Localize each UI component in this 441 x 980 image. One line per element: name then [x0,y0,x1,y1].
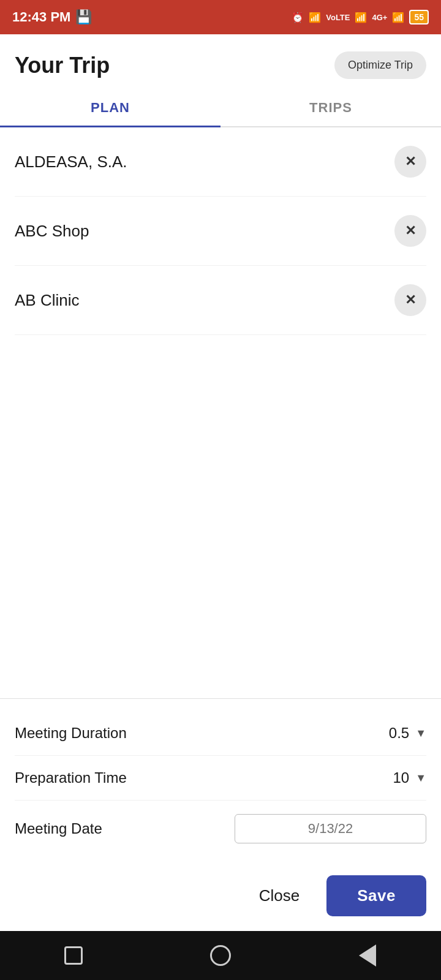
page-title: Your Trip [15,53,110,78]
triangle-icon [359,944,376,967]
meeting-date-input[interactable] [235,814,426,843]
battery-badge: 55 [409,10,429,24]
preparation-time-dropdown[interactable]: 10 ▼ [393,769,426,786]
lte-icon: VoLTE [326,13,350,22]
meeting-duration-label: Meeting Duration [15,725,127,742]
destination-name-2: ABC Shop [15,222,89,241]
destinations-list: ALDEASA, S.A. ✕ ABC Shop ✕ AB Clinic ✕ [0,127,441,698]
meeting-duration-row: Meeting Duration 0.5 ▼ [15,711,426,756]
remove-button-3[interactable]: ✕ [394,284,426,316]
list-item: ABC Shop ✕ [15,197,426,266]
time-text: 12:43 PM [12,9,70,25]
preparation-time-label: Preparation Time [15,769,127,786]
preparation-time-value: 10 [393,769,409,786]
meeting-date-row: Meeting Date [15,801,426,857]
preparation-time-row: Preparation Time 10 ▼ [15,756,426,801]
destination-name-3: AB Clinic [15,291,79,310]
remove-button-1[interactable]: ✕ [394,146,426,178]
status-bar: 12:43 PM 💾 ⏰ 📶 VoLTE 📶 4G+ 📶 55 [0,0,441,34]
bottom-form: Meeting Duration 0.5 ▼ Preparation Time … [0,698,441,863]
nav-home-button[interactable] [207,942,234,969]
signal3-icon: 📶 [392,12,404,23]
close-icon: ✕ [405,223,416,239]
nav-bar [0,931,441,980]
tab-plan[interactable]: PLAN [0,89,221,127]
app-area: Your Trip Optimize Trip PLAN TRIPS ALDEA… [0,34,441,931]
tabs-container: PLAN TRIPS [0,89,441,127]
nav-back-button[interactable] [354,942,381,969]
header: Your Trip Optimize Trip [0,34,441,89]
signal-icon: 📶 [309,12,321,23]
destination-name-1: ALDEASA, S.A. [15,153,127,172]
list-item: ALDEASA, S.A. ✕ [15,127,426,197]
action-buttons: Close Save [0,863,441,931]
chevron-down-icon: ▼ [415,727,426,740]
circle-icon [210,945,231,966]
close-button[interactable]: Close [247,879,312,913]
nav-recents-button[interactable] [60,942,87,969]
meeting-duration-value: 0.5 [389,725,409,742]
status-time: 12:43 PM 💾 [12,9,92,25]
alarm-icon: ⏰ [292,12,304,23]
signal2-icon: 📶 [355,12,367,23]
4g-icon: 4G+ [372,13,387,22]
tab-trips[interactable]: TRIPS [221,89,441,127]
close-icon: ✕ [405,292,416,308]
optimize-trip-button[interactable]: Optimize Trip [334,51,426,79]
remove-button-2[interactable]: ✕ [394,215,426,247]
square-icon [64,946,83,965]
meeting-duration-dropdown[interactable]: 0.5 ▼ [389,725,426,742]
meeting-date-label: Meeting Date [15,820,102,837]
save-icon: 💾 [75,9,92,25]
close-icon: ✕ [405,154,416,170]
list-item: AB Clinic ✕ [15,266,426,335]
save-button[interactable]: Save [326,875,426,916]
chevron-down-icon: ▼ [415,772,426,785]
status-icons: ⏰ 📶 VoLTE 📶 4G+ 📶 55 [292,10,429,24]
